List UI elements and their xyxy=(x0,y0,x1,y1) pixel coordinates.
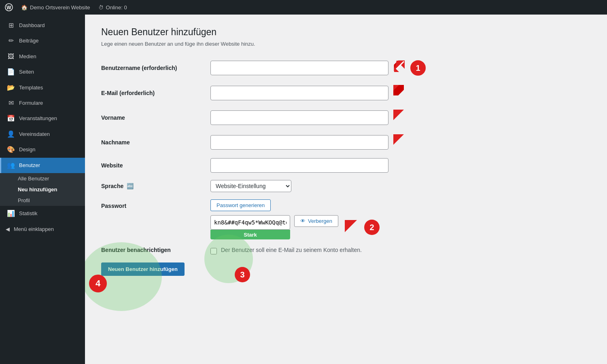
green-highlight-3 xyxy=(204,235,253,283)
online-status: ⏱ Online: 0 xyxy=(98,4,127,11)
website-input-wrap xyxy=(210,158,388,173)
password-field-wrap: Stark xyxy=(210,215,290,239)
sidebar-item-design[interactable]: 🎨 Design xyxy=(0,142,85,157)
circle-badge-2: 2 xyxy=(364,220,380,235)
svg-marker-3 xyxy=(394,61,405,71)
sidebar-menu: ⊞ Dashboard ✏ Beiträge 🖼 Medien 📄 Seiten… xyxy=(0,15,85,240)
nachname-input[interactable] xyxy=(210,135,388,150)
svg-marker-10 xyxy=(345,220,357,232)
admin-bar: W 🏠 Demo Ortsverein Website ⏱ Online: 0 xyxy=(0,0,607,15)
submit-button[interactable]: Neuen Benutzer hinzufügen xyxy=(101,262,185,276)
translate-icon: 🔤 xyxy=(127,183,134,189)
notify-checkbox[interactable] xyxy=(210,248,217,254)
password-strength-bar: Stark xyxy=(210,230,290,239)
benutzername-input-wrap xyxy=(210,61,388,75)
svg-marker-5 xyxy=(394,67,399,72)
statistik-icon: 📊 xyxy=(7,209,15,218)
password-input[interactable] xyxy=(210,215,290,230)
arrow-4-icon xyxy=(393,133,409,150)
sidebar-item-medien[interactable]: 🖼 Medien xyxy=(0,49,85,64)
generate-password-button[interactable]: Passwort generieren xyxy=(210,199,271,211)
add-user-form: Benutzername (erforderlich) 1 xyxy=(101,59,591,276)
svg-text:W: W xyxy=(6,5,11,11)
svg-marker-7 xyxy=(393,85,404,95)
email-input[interactable] xyxy=(210,86,388,100)
svg-marker-8 xyxy=(393,110,404,120)
sidebar-collapse-button[interactable]: ◀ Menü einklappen xyxy=(0,221,85,237)
sidebar: ⊞ Dashboard ✏ Beiträge 🖼 Medien 📄 Seiten… xyxy=(0,15,85,364)
notify-label: Benutzer benachrichtigen xyxy=(101,247,210,253)
sidebar-item-formulare[interactable]: ✉ Formulare xyxy=(0,95,85,111)
sidebar-item-beitraege[interactable]: ✏ Beiträge xyxy=(0,33,85,49)
benutzername-label: Benutzername (erforderlich) xyxy=(101,65,210,71)
vorname-input[interactable] xyxy=(210,110,388,125)
annotation-arrow-3 xyxy=(393,109,409,126)
notify-text: Der Benutzer soll eine E-Mail zu seinem … xyxy=(221,247,362,253)
nachname-label: Nachname xyxy=(101,139,210,146)
notify-section: Der Benutzer soll eine E-Mail zu seinem … xyxy=(210,247,362,254)
formulare-icon: ✉ xyxy=(7,99,15,108)
content-wrapper: Neuen Benutzer hinzufügen Lege einen neu… xyxy=(101,27,591,276)
sprache-label: Sprache 🔤 xyxy=(101,183,210,189)
password-field-row: Stark 👁 Verbergen xyxy=(210,215,380,239)
main-content: Neuen Benutzer hinzufügen Lege einen neu… xyxy=(85,15,607,364)
sidebar-submenu-profil[interactable]: Profil xyxy=(0,195,85,206)
sidebar-submenu-neu-hinzufuegen[interactable]: Neu hinzufügen xyxy=(0,184,85,195)
sprache-select-wrap: Website-Einstellung Deutsch English xyxy=(210,180,388,192)
vorname-input-wrap xyxy=(210,110,388,125)
online-icon: ⏱ xyxy=(98,4,104,11)
beitraege-icon: ✏ xyxy=(7,36,15,45)
annotation-arrow-4 xyxy=(393,133,409,151)
vereinsdaten-icon: 👤 xyxy=(7,130,15,139)
site-name[interactable]: 🏠 Demo Ortsverein Website xyxy=(21,4,90,11)
sprache-select[interactable]: Website-Einstellung Deutsch English xyxy=(210,180,291,192)
vorname-label: Vorname xyxy=(101,114,210,121)
seiten-icon: 📄 xyxy=(7,68,15,76)
hide-password-button[interactable]: 👁 Verbergen xyxy=(294,215,338,227)
nachname-input-wrap xyxy=(210,135,388,150)
sidebar-item-veranstaltungen[interactable]: 📅 Veranstaltungen xyxy=(0,111,85,126)
annotation-arrow-2 xyxy=(393,84,409,102)
sidebar-submenu-alle-benutzer[interactable]: Alle Benutzer xyxy=(0,173,85,184)
circle-badge-4: 4 xyxy=(89,275,107,292)
annotation-1: 1 xyxy=(393,59,426,77)
sidebar-item-benutzer[interactable]: 👥 Benutzer xyxy=(0,158,85,173)
benutzer-icon: 👥 xyxy=(7,161,15,170)
collapse-icon: ◀ xyxy=(6,226,10,232)
benutzername-row: Benutzername (erforderlich) 1 xyxy=(101,59,591,77)
wp-logo-icon[interactable]: W xyxy=(5,3,13,11)
website-input[interactable] xyxy=(210,158,388,173)
email-row: E-Mail (erforderlich) xyxy=(101,84,591,102)
benutzername-input[interactable] xyxy=(210,61,388,75)
arrow-5-icon xyxy=(342,218,363,236)
website-label: Website xyxy=(101,162,210,169)
passwort-row: Passwort Passwort generieren Stark xyxy=(101,199,591,239)
email-input-wrap xyxy=(210,86,388,100)
veranstaltungen-icon: 📅 xyxy=(7,114,15,123)
arrow-2-icon xyxy=(393,84,409,100)
website-row: Website xyxy=(101,158,591,173)
svg-line-4 xyxy=(395,61,404,70)
sidebar-item-seiten[interactable]: 📄 Seiten xyxy=(0,64,85,80)
nachname-row: Nachname xyxy=(101,133,591,151)
email-label: E-Mail (erforderlich) xyxy=(101,90,210,96)
annotation-2: 2 xyxy=(342,218,380,236)
sidebar-item-templates[interactable]: 📂 Templates xyxy=(0,80,85,95)
sidebar-item-vereinsdaten[interactable]: 👤 Vereinsdaten xyxy=(0,127,85,142)
page-subtitle: Lege einen neuen Benutzer an und füge ih… xyxy=(101,41,591,47)
passwort-section: Passwort generieren Stark 👁 Verbergen xyxy=(210,199,380,239)
notify-row: Benutzer benachrichtigen Der Benutzer so… xyxy=(101,247,591,254)
eye-icon: 👁 xyxy=(300,218,306,224)
templates-icon: 📂 xyxy=(7,83,15,92)
sidebar-item-statistik[interactable]: 📊 Statistik xyxy=(0,206,85,221)
passwort-label: Passwort xyxy=(101,199,210,209)
medien-icon: 🖼 xyxy=(7,52,15,61)
sidebar-item-dashboard[interactable]: ⊞ Dashboard xyxy=(0,18,85,33)
circle-badge-1: 1 xyxy=(410,60,426,76)
annotation-4: 4 xyxy=(89,275,107,292)
submit-row: Neuen Benutzer hinzufügen 4 xyxy=(101,262,591,276)
benutzer-submenu: Alle Benutzer Neu hinzufügen Profil xyxy=(0,173,85,206)
svg-marker-2 xyxy=(394,61,405,71)
sprache-row: Sprache 🔤 Website-Einstellung Deutsch En… xyxy=(101,180,591,192)
design-icon: 🎨 xyxy=(7,145,15,154)
